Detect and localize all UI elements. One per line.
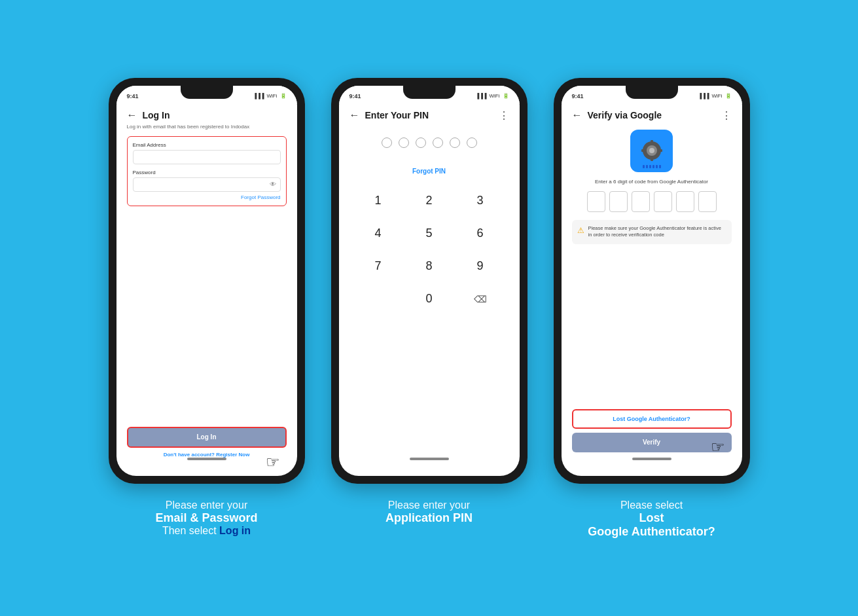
code-box-6[interactable] [698, 191, 717, 212]
numpad-delete[interactable]: ⌫ [458, 286, 503, 312]
caption-auth-line3: Google Authenticator? [588, 525, 715, 539]
status-time-1: 9:41 [127, 93, 139, 100]
login-title: Log In [143, 110, 287, 120]
wifi-icon: WiFi [267, 93, 277, 99]
register-text: Don't have account? [164, 452, 215, 458]
login-button[interactable]: Log In [127, 427, 287, 448]
menu-dots-pin[interactable]: ⋮ [499, 109, 509, 122]
battery-icon-3: 🔋 [725, 93, 732, 99]
numpad-empty [356, 286, 401, 312]
phone-column-pin: 9:41 ▐▐▐ WiFi 🔋 ← Enter Your PIN ⋮ [331, 78, 527, 525]
pin-header: ← Enter Your PIN ⋮ [349, 109, 509, 122]
cursor-hand-auth: ☞ [711, 438, 725, 456]
phone-column-auth: 9:41 ▐▐▐ WiFi 🔋 ← Verify via Google ⋮ [554, 78, 750, 539]
menu-dots-auth[interactable]: ⋮ [721, 109, 732, 122]
forgot-pin-link[interactable]: Forgot PIN [349, 168, 509, 175]
bottom-bar-2 [410, 458, 449, 460]
back-arrow-login[interactable]: ← [127, 109, 137, 121]
numpad-3[interactable]: 3 [458, 188, 503, 214]
caption-login-then: Then select [162, 525, 217, 536]
status-icons-3: ▐▐▐ WiFi 🔋 [698, 93, 731, 99]
login-form-box: Email Address Password 👁 Forgot Password [127, 136, 287, 206]
phone-frame-login: 9:41 ▐▐▐ WiFi 🔋 ← Log In Log in with ema… [109, 78, 305, 484]
numpad-2[interactable]: 2 [407, 188, 452, 214]
pin-circle-2 [399, 137, 409, 148]
wifi-icon-2: WiFi [490, 93, 500, 99]
numpad-6[interactable]: 6 [458, 221, 503, 247]
caption-login: Please enter your Email & Password Then … [155, 499, 257, 537]
auth-title: Verify via Google [588, 110, 721, 120]
status-icons-2: ▐▐▐ WiFi 🔋 [475, 93, 509, 99]
phone-screen-login: 9:41 ▐▐▐ WiFi 🔋 ← Log In Log in with ema… [116, 86, 297, 476]
battery-icon-2: 🔋 [503, 93, 509, 99]
phone-notch-3 [626, 86, 678, 99]
back-arrow-auth[interactable]: ← [572, 109, 582, 121]
status-time-3: 9:41 [572, 93, 584, 100]
verify-button[interactable]: Verify [572, 433, 732, 452]
pin-circle-4 [433, 137, 443, 148]
pin-circles [349, 137, 509, 148]
svg-point-2 [649, 148, 654, 153]
phone-column-login: 9:41 ▐▐▐ WiFi 🔋 ← Log In Log in with ema… [109, 78, 305, 537]
code-box-2[interactable] [609, 191, 628, 212]
numpad-1[interactable]: 1 [356, 188, 401, 214]
pin-circle-5 [450, 137, 460, 148]
auth-app-icon [630, 130, 673, 172]
auth-icon-container [572, 130, 732, 172]
battery-icon: 🔋 [280, 93, 287, 99]
email-input[interactable] [133, 150, 281, 164]
caption-login-line2: Email & Password [155, 511, 257, 525]
svg-rect-3 [651, 140, 653, 144]
status-time-2: 9:41 [349, 93, 361, 100]
phone-notch-1 [181, 86, 233, 99]
auth-header: ← Verify via Google ⋮ [572, 109, 732, 122]
phones-row: 9:41 ▐▐▐ WiFi 🔋 ← Log In Log in with ema… [109, 78, 750, 539]
caption-auth: Please select Lost Google Authenticator? [588, 499, 715, 539]
pin-circle-3 [416, 137, 426, 148]
signal-icon-3: ▐▐▐ [698, 93, 709, 99]
phone-frame-auth: 9:41 ▐▐▐ WiFi 🔋 ← Verify via Google ⋮ [554, 78, 750, 484]
code-boxes [572, 191, 732, 212]
forgot-password-link[interactable]: Forgot Password [133, 194, 281, 200]
code-box-4[interactable] [654, 191, 672, 212]
pin-circle-1 [382, 137, 392, 148]
svg-rect-6 [658, 149, 662, 152]
login-subtitle: Log in with email that has been register… [127, 124, 287, 130]
caption-login-line1: Please enter your [155, 499, 257, 511]
code-box-1[interactable] [587, 191, 605, 212]
email-label: Email Address [133, 142, 281, 148]
warning-text: Please make sure your Google Authenticat… [588, 225, 726, 239]
numpad-5[interactable]: 5 [407, 221, 452, 247]
login-header: ← Log In [127, 109, 287, 121]
phone-frame-pin: 9:41 ▐▐▐ WiFi 🔋 ← Enter Your PIN ⋮ [331, 78, 527, 484]
back-arrow-pin[interactable]: ← [349, 109, 360, 121]
warning-box: ⚠ Please make sure your Google Authentic… [572, 220, 732, 244]
signal-icon: ▐▐▐ [253, 93, 264, 99]
numpad-7[interactable]: 7 [356, 253, 401, 280]
cursor-hand-login: ☞ [266, 453, 280, 471]
register-now-link[interactable]: Register Now [216, 452, 249, 458]
wifi-icon-3: WiFi [712, 93, 723, 99]
numpad-4[interactable]: 4 [356, 221, 401, 247]
caption-auth-line1: Please select [588, 499, 715, 511]
phone-notch-2 [403, 86, 456, 99]
svg-rect-4 [651, 157, 653, 161]
numpad-8[interactable]: 8 [407, 253, 452, 280]
password-label: Password [133, 170, 281, 175]
signal-icon-2: ▐▐▐ [475, 93, 486, 99]
code-box-3[interactable] [632, 191, 650, 212]
numpad-0[interactable]: 0 [407, 286, 452, 312]
password-input[interactable]: 👁 [133, 177, 281, 192]
bottom-bar-3 [632, 458, 671, 460]
numpad-9[interactable]: 9 [458, 253, 503, 280]
warning-icon: ⚠ [577, 226, 584, 235]
caption-pin: Please enter your Application PIN [385, 499, 473, 525]
code-box-5[interactable] [676, 191, 694, 212]
auth-screen-content: ← Verify via Google ⋮ [562, 104, 742, 476]
eye-icon[interactable]: 👁 [270, 181, 276, 188]
lost-auth-button[interactable]: Lost Google Authenticator? [572, 409, 732, 429]
barcode-dots [634, 165, 669, 168]
pin-title: Enter Your PIN [365, 110, 499, 120]
status-icons-1: ▐▐▐ WiFi 🔋 [253, 93, 286, 99]
pin-circle-6 [467, 137, 477, 148]
